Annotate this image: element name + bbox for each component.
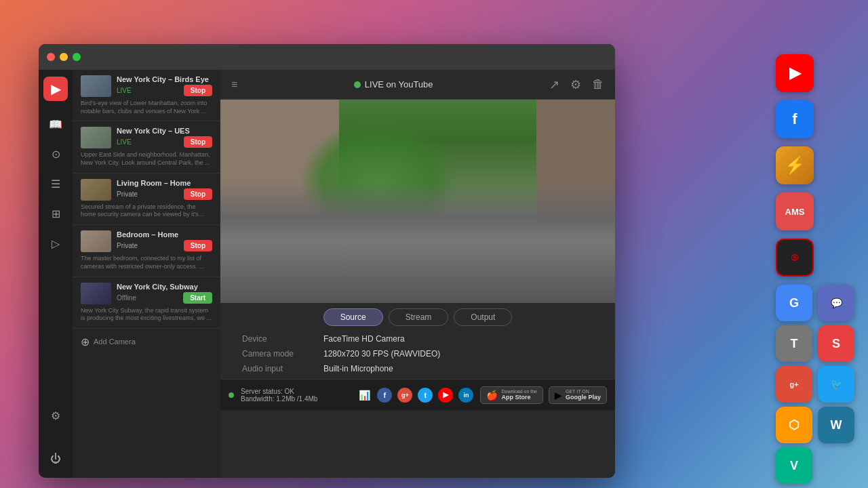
camera-desc-4: New York City Subway, the rapid transit … xyxy=(81,307,212,323)
camera-start-btn-4[interactable]: Start xyxy=(183,292,212,304)
camera-name-4: New York City, Subway xyxy=(117,283,212,291)
apple-icon: 🍎 xyxy=(486,390,498,401)
hex-icon[interactable]: ⬡ xyxy=(776,407,812,443)
sidebar-item-power[interactable]: ⏻ xyxy=(43,447,68,471)
tab-source[interactable]: Source xyxy=(323,308,383,326)
menu-icon[interactable]: ≡ xyxy=(231,79,237,91)
sidebar-item-grid[interactable]: ⊞ xyxy=(43,201,68,226)
top-bar: ≡ LIVE on YouTube ↗ ⚙ 🗑 xyxy=(220,70,615,100)
google-play-small: GET IT ON xyxy=(566,389,601,394)
s-icon[interactable]: S xyxy=(818,325,854,362)
status-dot xyxy=(229,392,234,398)
sidebar-item-book[interactable]: 📖 xyxy=(43,112,68,136)
camera-stop-btn-0[interactable]: Stop xyxy=(184,85,212,96)
google-play-label: Google Play xyxy=(566,394,601,401)
wp-icon[interactable]: W xyxy=(818,407,854,443)
camera-status-2: Private xyxy=(117,190,138,198)
ams-desktop-icon[interactable]: AMS xyxy=(776,192,814,230)
camera-desc-0: Bird's-eye view of Lower Manhattan, zoom… xyxy=(81,100,212,115)
camera-desc-1: Upper East Side and neighborhood. Manhat… xyxy=(81,151,212,167)
facebook-desktop-icon[interactable]: f xyxy=(776,100,814,138)
camera-stop-btn-1[interactable]: Stop xyxy=(184,136,212,148)
app-content: ▶ 📖 ⊙ ☰ ⊞ ▷ ⚙ ⏻ xyxy=(39,70,615,478)
camera-name-1: New York City – UES xyxy=(117,127,212,135)
sidebar-item-video[interactable]: ▷ xyxy=(43,231,68,256)
audio-input-value: Built-in Microphone xyxy=(323,364,393,373)
app-store-label: App Store xyxy=(501,394,537,401)
app-store-badge[interactable]: 🍎 Download on the App Store xyxy=(480,386,543,404)
share-icon[interactable]: ↗ xyxy=(549,77,559,92)
device-label: Device xyxy=(242,334,323,344)
camera-status-0: LIVE xyxy=(117,87,132,94)
google-play-badge[interactable]: ▶ GET IT ON Google Play xyxy=(549,386,607,404)
top-bar-actions: ↗ ⚙ 🗑 xyxy=(549,77,604,92)
store-badges: 🍎 Download on the App Store ▶ GET IT ON … xyxy=(480,386,607,404)
camera-status-4: Offline xyxy=(117,294,136,302)
camera-status-1: LIVE xyxy=(117,138,132,146)
sidebar-item-settings[interactable]: ⚙ xyxy=(43,403,68,428)
lightning-desktop-icon[interactable]: ⚡ xyxy=(776,146,814,184)
camera-item-1[interactable]: New York City – UES LIVE Stop Upper East… xyxy=(73,121,220,173)
twitter-icon[interactable]: 🐦 xyxy=(818,366,854,403)
camera-mode-row: Camera mode 868x488 30 FPS (RAWVIDEO) xyxy=(242,349,593,359)
tab-stream[interactable]: Stream xyxy=(389,308,449,326)
sidebar-item-location[interactable]: ⊙ xyxy=(43,142,68,166)
live-indicator: LIVE on YouTube xyxy=(354,79,433,89)
server-status: Server status: OK xyxy=(241,388,352,395)
sidebar-item-list[interactable]: ☰ xyxy=(43,171,68,196)
camera-thumb-1 xyxy=(81,127,111,148)
youtube-desktop-icon[interactable]: ▶ xyxy=(776,54,814,92)
bottom-panel: Source Stream Output Device FaceTime HD … xyxy=(220,303,615,379)
main-content: ≡ LIVE on YouTube ↗ ⚙ 🗑 xyxy=(220,70,615,478)
social-youtube[interactable]: ▶ xyxy=(438,388,453,403)
desktop-icon-group: G 💬 T S g+ 🐦 ⬡ W V xyxy=(776,285,856,484)
video-preview xyxy=(220,100,615,303)
audio-input-label: Audio input xyxy=(242,364,323,373)
sidebar: ▶ 📖 ⊙ ☰ ⊞ ▷ ⚙ ⏻ xyxy=(39,70,73,478)
delete-icon[interactable]: 🗑 xyxy=(592,77,604,92)
camera-item-2[interactable]: Living Room – Home Private Stop Secured … xyxy=(73,174,220,225)
device-value: FaceTime HD Camera xyxy=(323,334,405,344)
camera-stop-btn-3[interactable]: Stop xyxy=(184,240,212,251)
device-info: Device FaceTime HD Camera Camera mode 12… xyxy=(231,334,604,373)
camera-list: New York City – Birds Eye LIVE Stop Bird… xyxy=(73,70,220,478)
t-icon[interactable]: T xyxy=(776,325,812,362)
google-play-icon: ▶ xyxy=(555,390,562,401)
app-window: ▶ 📖 ⊙ ☰ ⊞ ▷ ⚙ ⏻ xyxy=(39,44,615,478)
maximize-button[interactable] xyxy=(73,53,81,61)
settings-icon[interactable]: ⚙ xyxy=(570,77,581,92)
camera-item-3[interactable]: Bedroom – Home Private Stop The master b… xyxy=(73,225,220,277)
close-button[interactable] xyxy=(47,53,55,61)
add-camera-button[interactable]: ⊕ Add Camera xyxy=(73,329,220,355)
sidebar-brand-icon[interactable]: ▶ xyxy=(43,77,68,101)
vine-icon[interactable]: V xyxy=(776,447,812,484)
camera-mode-label: Camera mode xyxy=(242,349,323,359)
camera-desc-2: Secured stream of a private residence, t… xyxy=(81,203,212,219)
g-icon[interactable]: G xyxy=(776,285,812,321)
camera-status-3: Private xyxy=(117,242,138,249)
tab-output[interactable]: Output xyxy=(454,308,512,326)
camera-thumb-3 xyxy=(81,230,111,252)
minimize-button[interactable] xyxy=(60,53,68,61)
status-text: Server status: OK Bandwidth: 1.2Mb /1.4M… xyxy=(241,388,352,403)
bandwidth-icon: 📊 xyxy=(359,390,370,401)
social-icons: f g+ t ▶ in xyxy=(377,388,473,403)
social-gplus[interactable]: g+ xyxy=(397,388,412,403)
footer: Server status: OK Bandwidth: 1.2Mb /1.4M… xyxy=(220,379,615,410)
bandwidth: Bandwidth: 1.2Mb /1.4Mb xyxy=(241,395,352,403)
camera-name-2: Living Room – Home xyxy=(117,179,212,187)
camera-item-4[interactable]: New York City, Subway Offline Start New … xyxy=(73,277,220,329)
chat-icon[interactable]: 💬 xyxy=(818,285,854,321)
live-text: LIVE on YouTube xyxy=(365,79,433,89)
live-dot xyxy=(354,81,361,88)
social-twitter[interactable]: t xyxy=(418,388,433,403)
camera-thumb-4 xyxy=(81,283,111,304)
social-linkedin[interactable]: in xyxy=(458,388,473,403)
gplus-icon[interactable]: g+ xyxy=(776,366,812,403)
camera-item-0[interactable]: New York City – Birds Eye LIVE Stop Bird… xyxy=(73,70,220,121)
target-desktop-icon[interactable]: ⑤ xyxy=(776,239,814,277)
social-facebook[interactable]: f xyxy=(377,388,392,403)
camera-desc-3: The master bedroom, connected to my list… xyxy=(81,255,212,270)
desktop-icons: ▶ f ⚡ AMS ⑤ G 💬 T S g+ 🐦 ⬡ W V xyxy=(776,54,856,484)
camera-stop-btn-2[interactable]: Stop xyxy=(184,188,212,200)
